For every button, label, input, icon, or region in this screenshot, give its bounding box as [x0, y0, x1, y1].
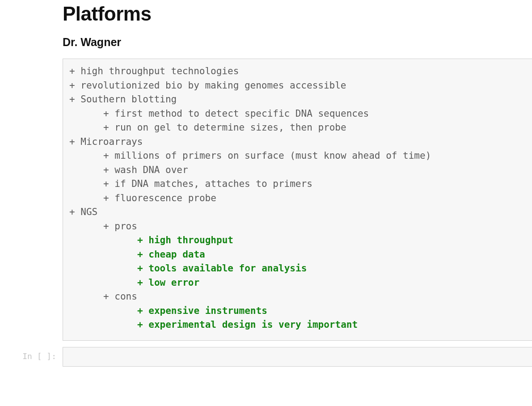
page-subtitle: Dr. Wagner	[63, 36, 532, 49]
code-line: + Microarrays	[69, 135, 526, 149]
markdown-cell: Platforms Dr. Wagner + high throughput t…	[63, 0, 532, 341]
code-line: + NGS	[69, 205, 526, 220]
code-line: + high throughput	[69, 233, 526, 248]
code-cell: In [ ]:	[0, 347, 532, 367]
code-line: + first method to detect specific DNA se…	[69, 107, 526, 121]
code-input[interactable]	[63, 347, 532, 367]
raw-code-block: + high throughput technologies+ revoluti…	[63, 59, 532, 341]
code-line: + fluorescence probe	[69, 191, 526, 206]
code-line: + if DNA matches, attaches to primers	[69, 177, 526, 191]
code-line: + tools available for analysis	[69, 262, 526, 276]
code-line: + high throughput technologies	[69, 64, 526, 79]
code-line: + revolutionized bio by making genomes a…	[69, 79, 526, 93]
code-line: + cheap data	[69, 248, 526, 262]
code-line: + pros	[69, 220, 526, 234]
code-line: + expensive instruments	[69, 304, 526, 318]
code-line: + run on gel to determine sizes, then pr…	[69, 121, 526, 135]
input-prompt: In [ ]:	[0, 347, 63, 361]
code-line: + low error	[69, 276, 526, 290]
code-line: + wash DNA over	[69, 163, 526, 178]
code-line: + cons	[69, 290, 526, 304]
page-title: Platforms	[63, 3, 532, 25]
code-line: + experimental design is very important	[69, 318, 526, 332]
code-line: + millions of primers on surface (must k…	[69, 149, 526, 163]
code-line: + Southern blotting	[69, 93, 526, 107]
notebook-page: Platforms Dr. Wagner + high throughput t…	[0, 0, 532, 406]
